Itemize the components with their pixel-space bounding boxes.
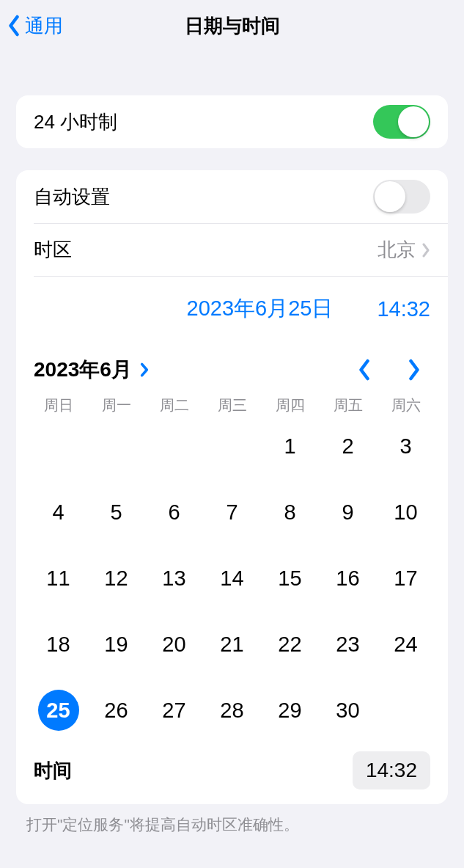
day-cell[interactable]: 19 bbox=[87, 624, 145, 665]
day-cell[interactable]: 13 bbox=[145, 558, 203, 599]
day-cell[interactable]: 26 bbox=[87, 690, 145, 731]
day-cell[interactable]: 21 bbox=[203, 624, 261, 665]
day-cell[interactable]: 5 bbox=[87, 492, 145, 533]
day-cell-empty bbox=[203, 426, 261, 467]
chevron-left-icon bbox=[7, 15, 21, 37]
weekday-header: 周六 bbox=[377, 395, 435, 415]
weekday-header: 周日 bbox=[29, 395, 87, 415]
day-cell[interactable]: 20 bbox=[145, 624, 203, 665]
day-cell-empty bbox=[87, 426, 145, 467]
day-cell[interactable]: 22 bbox=[261, 624, 319, 665]
next-month-button[interactable] bbox=[407, 359, 421, 381]
day-cell[interactable]: 9 bbox=[319, 492, 377, 533]
day-cell[interactable]: 8 bbox=[261, 492, 319, 533]
day-cell[interactable]: 4 bbox=[29, 492, 87, 533]
date-display[interactable]: 2023年6月25日 bbox=[187, 294, 334, 324]
day-cell[interactable]: 10 bbox=[377, 492, 435, 533]
month-picker-button[interactable]: 2023年6月 bbox=[34, 356, 150, 384]
chevron-right-icon bbox=[139, 362, 150, 378]
day-cell[interactable]: 2 bbox=[319, 426, 377, 467]
day-cell[interactable]: 24 bbox=[377, 624, 435, 665]
h24-label: 24 小时制 bbox=[34, 109, 117, 135]
day-cell[interactable]: 25 bbox=[38, 690, 79, 731]
day-cell[interactable]: 27 bbox=[145, 690, 203, 731]
day-cell[interactable]: 16 bbox=[319, 558, 377, 599]
timezone-label: 时区 bbox=[34, 237, 72, 263]
timezone-value: 北京 bbox=[378, 237, 416, 263]
weekday-header: 周二 bbox=[145, 395, 203, 415]
time-display[interactable]: 14:32 bbox=[377, 297, 430, 321]
weekday-header: 周三 bbox=[203, 395, 261, 415]
footer-note: 打开"定位服务"将提高自动时区准确性。 bbox=[0, 804, 464, 835]
day-cell[interactable]: 6 bbox=[145, 492, 203, 533]
auto-set-label: 自动设置 bbox=[34, 184, 110, 210]
day-cell[interactable]: 18 bbox=[29, 624, 87, 665]
day-cell[interactable]: 17 bbox=[377, 558, 435, 599]
chevron-right-icon bbox=[421, 243, 430, 258]
day-cell[interactable]: 14 bbox=[203, 558, 261, 599]
time-picker-button[interactable]: 14:32 bbox=[353, 751, 430, 789]
day-cell[interactable]: 29 bbox=[261, 690, 319, 731]
day-cell[interactable]: 15 bbox=[261, 558, 319, 599]
auto-set-toggle[interactable] bbox=[373, 180, 430, 214]
page-title: 日期与时间 bbox=[185, 13, 280, 39]
back-label: 通用 bbox=[25, 13, 63, 39]
day-cell[interactable]: 1 bbox=[261, 426, 319, 467]
day-cell[interactable]: 11 bbox=[29, 558, 87, 599]
day-cell[interactable]: 3 bbox=[377, 426, 435, 467]
month-label: 2023年6月 bbox=[34, 356, 132, 384]
day-cell[interactable]: 23 bbox=[319, 624, 377, 665]
weekday-header: 周四 bbox=[261, 395, 319, 415]
day-cell[interactable]: 30 bbox=[319, 690, 377, 731]
day-cell-empty bbox=[145, 426, 203, 467]
timezone-row[interactable]: 时区 北京 bbox=[34, 223, 448, 276]
day-cell[interactable]: 28 bbox=[203, 690, 261, 731]
weekday-header: 周五 bbox=[319, 395, 377, 415]
h24-toggle[interactable] bbox=[373, 105, 430, 139]
day-cell[interactable]: 12 bbox=[87, 558, 145, 599]
back-button[interactable]: 通用 bbox=[7, 13, 63, 39]
weekday-header: 周一 bbox=[87, 395, 145, 415]
prev-month-button[interactable] bbox=[357, 359, 372, 381]
time-row-label: 时间 bbox=[34, 758, 72, 784]
day-cell[interactable]: 7 bbox=[203, 492, 261, 533]
day-cell-empty bbox=[29, 426, 87, 467]
